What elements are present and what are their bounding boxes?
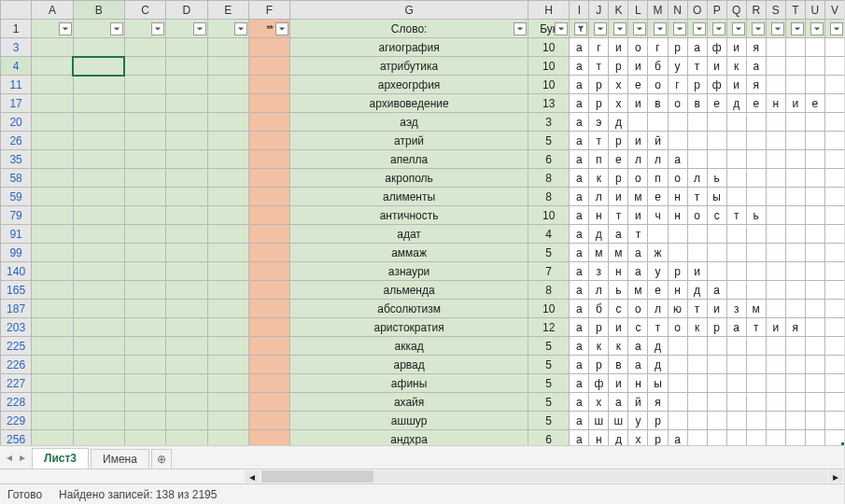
cell-K229[interactable]: ш [609,412,628,430]
cell-M26[interactable]: й [648,132,668,150]
cell-R203[interactable]: т [746,318,766,337]
cell-A79[interactable] [32,206,73,225]
cell-N4[interactable]: у [668,57,687,76]
filter-button-F[interactable] [275,22,289,35]
cell-N187[interactable]: ю [668,300,687,318]
cell-B17[interactable] [73,94,124,113]
cell-P228[interactable] [707,393,726,412]
cell-R140[interactable] [746,262,766,281]
cell-R35[interactable] [746,150,766,169]
cell-N26[interactable] [668,132,687,150]
cell-L203[interactable]: с [628,318,648,337]
filter-button-O[interactable] [693,22,706,35]
cell-M226[interactable]: д [648,356,668,374]
cell-V79[interactable] [824,206,844,225]
cell-E229[interactable] [207,412,248,430]
filter-button-M[interactable] [654,22,667,35]
cell-T226[interactable] [785,356,805,374]
cell-O203[interactable]: к [687,318,707,337]
cell-P58[interactable]: ь [707,169,726,188]
cell-B3[interactable] [73,38,124,57]
cell-P17[interactable]: е [707,94,726,113]
cell-D58[interactable] [166,169,207,188]
header-cell-N[interactable] [668,20,687,38]
cell-O99[interactable] [687,244,707,262]
cell-F35[interactable] [248,150,289,169]
cell-Q227[interactable] [726,374,746,393]
cell-F26[interactable] [248,132,289,150]
cell-Q58[interactable] [726,169,746,188]
cell-S3[interactable] [766,38,785,57]
cell-G58[interactable]: акрополь [290,169,528,188]
cell-O91[interactable] [687,225,707,244]
cell-J17[interactable]: р [589,94,609,113]
cell-I17[interactable]: а [570,94,589,113]
cell-V91[interactable] [824,225,844,244]
cell-T35[interactable] [785,150,805,169]
header-cell-L[interactable] [628,20,648,38]
cell-L59[interactable]: м [628,188,648,206]
cell-R229[interactable] [746,412,766,430]
cell-C11[interactable] [124,76,165,94]
cell-R228[interactable] [746,393,766,412]
cell-A20[interactable] [32,113,73,132]
cell-D187[interactable] [166,300,207,318]
cell-Q225[interactable] [726,337,746,356]
cell-C226[interactable] [124,356,165,374]
column-header-Q[interactable]: Q [726,1,746,20]
cell-D140[interactable] [166,262,207,281]
column-header-R[interactable]: R [746,1,766,20]
cell-H35[interactable]: 6 [528,150,569,169]
cell-S17[interactable]: н [766,94,785,113]
sheet-tab-Лист3[interactable]: Лист3 [32,448,89,469]
column-header-G[interactable]: G [290,1,528,20]
cell-G3[interactable]: агиография [290,38,528,57]
cell-B227[interactable] [73,374,124,393]
cell-O59[interactable]: т [687,188,707,206]
cell-D26[interactable] [166,132,207,150]
cell-Q91[interactable] [726,225,746,244]
cell-O187[interactable]: т [687,300,707,318]
cell-Q187[interactable]: з [726,300,746,318]
cell-B203[interactable] [73,318,124,337]
cell-O11[interactable]: р [687,76,707,94]
cell-P229[interactable] [707,412,726,430]
cell-O229[interactable] [687,412,707,430]
cell-I20[interactable]: а [570,113,589,132]
cell-V228[interactable] [824,393,844,412]
cell-I99[interactable]: а [570,244,589,262]
cell-U225[interactable] [805,337,824,356]
cell-N225[interactable] [668,337,687,356]
cell-V225[interactable] [824,337,844,356]
cell-T99[interactable] [785,244,805,262]
cell-E59[interactable] [207,188,248,206]
cell-D256[interactable] [166,430,207,445]
cell-K256[interactable]: д [609,430,628,445]
column-header-D[interactable]: D [166,1,207,20]
cell-K226[interactable]: в [609,356,628,374]
cell-M203[interactable]: т [648,318,668,337]
cell-M35[interactable]: л [648,150,668,169]
cell-S187[interactable] [766,300,785,318]
cell-R225[interactable] [746,337,766,356]
cell-I165[interactable]: а [570,281,589,300]
cell-R11[interactable]: я [746,76,766,94]
cell-T11[interactable] [785,76,805,94]
cell-S58[interactable] [766,169,785,188]
cell-U79[interactable] [805,206,824,225]
cell-N35[interactable]: а [668,150,687,169]
cell-H20[interactable]: 3 [528,113,569,132]
cell-P256[interactable] [707,430,726,445]
cell-D229[interactable] [166,412,207,430]
cell-C17[interactable] [124,94,165,113]
cell-D228[interactable] [166,393,207,412]
row-header-228[interactable]: 228 [1,393,32,412]
cell-K227[interactable]: и [609,374,628,393]
cell-L229[interactable]: у [628,412,648,430]
cell-I11[interactable]: а [570,76,589,94]
cell-B99[interactable] [73,244,124,262]
row-header-256[interactable]: 256 [1,430,32,445]
header-cell-F[interactable]: ** [248,20,289,38]
filter-button-E[interactable] [234,22,247,35]
cell-T26[interactable] [785,132,805,150]
